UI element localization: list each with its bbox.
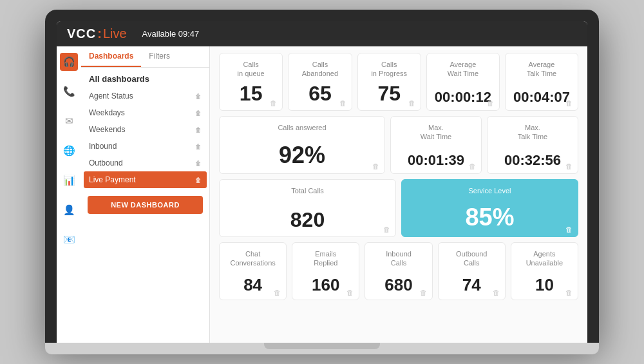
- metric-label: Callsin Progress: [371, 60, 407, 79]
- trash-icon[interactable]: 🗑: [195, 126, 202, 133]
- icon-sidebar: 🎧 📞 ✉ 🌐 📊 👤 📧: [57, 46, 81, 343]
- metric-label: Calls answered: [278, 123, 326, 132]
- sidebar-item-agent-status[interactable]: Agent Status 🗑: [81, 88, 209, 104]
- metric-calls-answered: Calls answered 92% 🗑: [219, 116, 385, 174]
- metric-value: 84: [243, 276, 262, 294]
- metric-chat-conversations: ChatConversations 84 🗑: [219, 242, 287, 300]
- trash-icon[interactable]: 🗑: [195, 110, 202, 117]
- metric-max-talk-time: Max.Talk Time 00:32:56 🗑: [487, 116, 578, 174]
- metric-label: Total Calls: [291, 186, 324, 195]
- metrics-row-2: Calls answered 92% 🗑 Max.Wait Time 00:01…: [219, 116, 578, 174]
- metric-inbound-calls: InboundCalls 680 🗑: [365, 242, 432, 300]
- logo: VCC : Live: [67, 26, 127, 41]
- metric-value: 160: [312, 276, 339, 294]
- sidebar-item-weekends[interactable]: Weekends 🗑: [81, 121, 209, 138]
- metric-outbound-calls: OutboundCalls 74 🗑: [438, 242, 506, 300]
- metric-total-calls: Total Calls 820 🗑: [219, 179, 396, 237]
- metric-label: Max.Wait Time: [421, 123, 452, 142]
- metric-value: 10: [535, 276, 554, 294]
- tab-dashboards[interactable]: Dashboards: [81, 46, 141, 67]
- metrics-row-4: ChatConversations 84 🗑 EmailsReplied 160…: [219, 242, 578, 300]
- logo-live: Live: [103, 26, 127, 41]
- new-dashboard-button[interactable]: NEW DASHBOARD: [88, 196, 203, 214]
- trash-icon[interactable]: 🗑: [565, 99, 573, 107]
- metric-value: 820: [290, 209, 325, 231]
- trash-icon[interactable]: 🗑: [270, 99, 277, 107]
- metric-value: 85%: [465, 204, 514, 231]
- topbar: VCC : Live Available 09:47: [57, 21, 587, 46]
- agent-icon[interactable]: 👤: [60, 201, 78, 219]
- trash-icon[interactable]: 🗑: [565, 162, 573, 170]
- mail-icon[interactable]: 📧: [60, 231, 78, 249]
- trash-icon[interactable]: 🗑: [408, 99, 415, 107]
- metric-label: InboundCalls: [386, 249, 412, 268]
- trash-icon[interactable]: 🗑: [420, 289, 427, 296]
- nav-sidebar: Dashboards Filters All dashboards Agent …: [81, 46, 210, 343]
- sidebar-list: Agent Status 🗑 Weekdays 🗑 Weekends 🗑: [81, 88, 209, 188]
- trash-icon[interactable]: 🗑: [493, 289, 500, 296]
- metric-value: 680: [384, 276, 412, 294]
- metric-label: Callsin queue: [238, 60, 265, 79]
- metric-label: CallsAbandoned: [302, 60, 338, 79]
- metrics-row-1: Callsin queue 15 🗑 CallsAbandoned 65 🗑: [219, 53, 578, 111]
- metric-value: 65: [308, 82, 332, 105]
- trash-icon[interactable]: 🗑: [346, 289, 354, 296]
- chart-icon[interactable]: 📊: [60, 171, 78, 189]
- sidebar-tabs: Dashboards Filters: [81, 46, 209, 68]
- metric-value: 74: [462, 276, 481, 294]
- metric-value: 00:00:12: [435, 90, 491, 105]
- metric-calls-abandoned: CallsAbandoned 65 🗑: [288, 53, 352, 111]
- metric-label: AverageTalk Time: [527, 60, 556, 79]
- metric-label: AgentsUnavailable: [526, 249, 563, 268]
- trash-icon[interactable]: 🗑: [565, 289, 573, 296]
- metric-agents-unavailable: AgentsUnavailable 10 🗑: [511, 242, 578, 300]
- sidebar-item-weekdays[interactable]: Weekdays 🗑: [81, 104, 209, 121]
- trash-icon[interactable]: 🗑: [195, 160, 202, 167]
- email-icon[interactable]: ✉: [60, 112, 78, 130]
- metric-max-wait-time: Max.Wait Time 00:01:39 🗑: [390, 116, 482, 174]
- metric-label: ChatConversations: [230, 249, 275, 268]
- logo-colon: :: [97, 26, 102, 41]
- sidebar-title: All dashboards: [81, 68, 209, 88]
- metric-label: AverageWait Time: [448, 60, 479, 79]
- globe-icon[interactable]: 🌐: [60, 142, 78, 160]
- metric-calls-in-progress: Callsin Progress 75 🗑: [357, 53, 421, 111]
- sidebar-item-outbound[interactable]: Outbound 🗑: [81, 155, 209, 171]
- trash-icon[interactable]: 🗑: [565, 225, 573, 233]
- sidebar-item-inbound[interactable]: Inbound 🗑: [81, 138, 209, 155]
- metrics-row-3: Total Calls 820 🗑 Service Level 85% 🗑: [219, 179, 578, 237]
- sidebar-item-live-payment[interactable]: Live Payment 🗑: [84, 171, 207, 188]
- main-content: Callsin queue 15 🗑 CallsAbandoned 65 🗑: [210, 46, 587, 343]
- logo-vcc: VCC: [67, 26, 96, 41]
- trash-icon[interactable]: 🗑: [487, 99, 494, 107]
- metric-service-level: Service Level 85% 🗑: [401, 179, 578, 237]
- available-status: Available 09:47: [142, 29, 200, 39]
- trash-icon[interactable]: 🗑: [469, 162, 476, 170]
- trash-icon[interactable]: 🗑: [195, 177, 202, 184]
- metric-label: OutboundCalls: [456, 249, 487, 268]
- metric-value: 00:04:07: [513, 90, 570, 105]
- metric-label: Max.Talk Time: [518, 123, 547, 142]
- metric-avg-wait-time: AverageWait Time 00:00:12 🗑: [426, 53, 500, 111]
- metric-avg-talk-time: AverageTalk Time 00:04:07 🗑: [505, 53, 578, 111]
- trash-icon[interactable]: 🗑: [383, 225, 390, 233]
- metric-value: 15: [240, 82, 263, 105]
- metric-value: 00:01:39: [408, 153, 464, 168]
- trash-icon[interactable]: 🗑: [274, 289, 281, 296]
- headset-icon[interactable]: 🎧: [60, 53, 78, 71]
- trash-icon[interactable]: 🗑: [195, 93, 202, 100]
- app-body: 🎧 📞 ✉ 🌐 📊 👤 📧 Dashboards: [57, 46, 587, 343]
- metric-emails-replied: EmailsReplied 160 🗑: [292, 242, 359, 300]
- metric-value: 75: [377, 82, 401, 105]
- phone-icon[interactable]: 📞: [60, 82, 78, 101]
- metric-value: 00:32:56: [504, 153, 561, 168]
- metric-label: EmailsReplied: [314, 249, 337, 268]
- metric-label: Service Level: [468, 186, 511, 195]
- metric-value: 92%: [279, 142, 325, 168]
- trash-icon[interactable]: 🗑: [339, 99, 346, 107]
- trash-icon[interactable]: 🗑: [372, 162, 379, 170]
- tab-filters[interactable]: Filters: [141, 46, 178, 67]
- metric-calls-in-queue: Callsin queue 15 🗑: [219, 53, 283, 111]
- trash-icon[interactable]: 🗑: [195, 143, 202, 150]
